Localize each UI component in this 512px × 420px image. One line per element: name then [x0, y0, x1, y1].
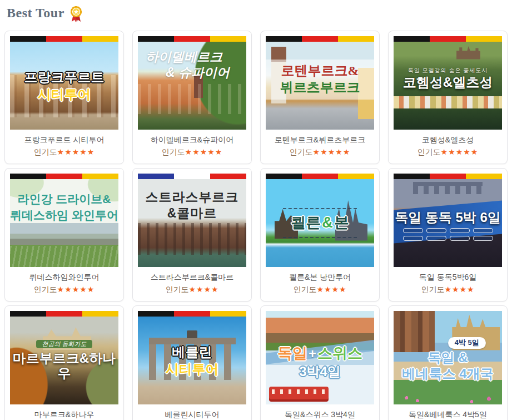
tour-photo: 스트라스부르크&콜마르	[138, 179, 246, 267]
tour-name: 마부르크&하나우	[11, 410, 117, 420]
overlay-line: 쾰른 & 본	[291, 214, 349, 231]
overlay-line: 스트라스부르크	[146, 190, 239, 204]
flag-segment	[138, 36, 174, 42]
flag-segment	[46, 311, 82, 317]
photo-overlay-text: 독일 모젤강의 숨은 중세도시코헴성&엘츠성	[394, 56, 502, 101]
tour-card-benelux[interactable]: 4박 5일독일 &베네룩스 4개국 독일&베네룩스 4박5일 인기도★★★★	[388, 305, 508, 420]
tour-card-dongdok[interactable]: 독일 동독 5박 6일 독일 동독5박6일 인기도★★★★	[388, 168, 508, 302]
overlay-line: 독일 + 스위스	[277, 345, 362, 362]
rating-stars-icon: ★★★★	[444, 285, 474, 294]
photo-overlay-text: 프랑크푸르트시티투어	[10, 42, 118, 130]
rating-label: 인기도	[165, 285, 188, 294]
tour-photo: 4박 5일독일 &베네룩스 4개국	[394, 311, 502, 404]
rating-label: 인기도	[293, 285, 316, 294]
tour-photo: 독일 동독 5박 6일	[394, 179, 502, 267]
flag-segment	[430, 36, 466, 42]
tour-card-rothenburg[interactable]: 로텐부르크&뷔르츠부르크 로텐부르크&뷔르츠부르크 인기도★★★★★	[260, 31, 380, 164]
tour-photo: 쾰른 & 본	[266, 179, 374, 267]
overlay-line: 베를린	[172, 344, 212, 360]
overlay-line	[403, 228, 493, 233]
overlay-line: 독일 모젤강의 숨은 중세도시	[408, 67, 488, 74]
country-flag-stripe	[394, 36, 502, 42]
overlay-part: +	[309, 346, 316, 362]
country-flag-stripe	[266, 174, 374, 179]
rating-stars-icon: ★★★★	[316, 285, 346, 294]
tour-card-berlin[interactable]: 베를린시티투어 베를린시티투어 인기도★★★★	[132, 305, 252, 420]
tour-name: 뤼데스하임와인투어	[11, 273, 117, 283]
overlay-line: 베네룩스 4개국	[402, 366, 493, 382]
medal-icon	[68, 6, 84, 24]
tour-caption: 독일&베네룩스 4박5일 인기도★★★★	[394, 404, 502, 420]
tour-photo: 로텐부르크&뷔르츠부르크	[266, 42, 374, 130]
flag-segment	[138, 311, 174, 317]
photo-overlay-text: 스트라스부르크&콜마르	[138, 187, 246, 223]
tour-caption: 코헴성&엘츠성 인기도★★★★★	[394, 130, 502, 164]
overlay-part	[473, 236, 493, 241]
tour-card-ruedesheim[interactable]: 라인강 드라이브&뤼데스하임 와인투어 뤼데스하임와인투어 인기도★★★★★	[4, 168, 124, 302]
flag-segment	[266, 36, 302, 42]
flag-segment	[174, 311, 210, 317]
country-flag-stripe	[138, 311, 246, 317]
photo-overlay-text: 독일 + 스위스3박4일	[266, 311, 374, 404]
tour-card-marburg[interactable]: 천공의 동화가도마르부르크&하나우 마부르크&하나우 인기도★★★★★	[4, 305, 124, 420]
flag-segment	[82, 311, 118, 317]
rating-stars-icon: ★★★★★	[185, 147, 223, 156]
country-flag-stripe	[10, 311, 118, 317]
country-flag-stripe	[394, 174, 502, 179]
tour-photo: 프랑크푸르트시티투어	[10, 42, 118, 130]
tour-caption: 쾰른&본 낭만투어 인기도★★★★	[266, 267, 374, 301]
overlay-line: &콜마르	[167, 206, 217, 220]
overlay-part: 쾰른	[291, 214, 321, 231]
flag-segment	[138, 174, 174, 179]
overlay-line: 하이델베르크	[146, 50, 222, 64]
tour-rating: 인기도★★★★	[267, 285, 373, 295]
page-title: Best Tour	[7, 6, 64, 21]
flag-segment	[10, 174, 46, 179]
photo-overlay-text: 베를린시티투어	[138, 317, 246, 404]
overlay-line: 4박 5일	[448, 337, 486, 349]
country-flag-stripe	[10, 174, 118, 179]
tour-card-strasbourg[interactable]: 스트라스부르크&콜마르 스트라스부르크&콜마르 인기도★★★★	[132, 168, 252, 302]
flag-segment	[174, 36, 210, 42]
flag-segment	[46, 174, 82, 179]
tour-name: 하이델베르크&슈파이어	[139, 135, 245, 145]
flag-segment	[10, 36, 46, 42]
tour-caption: 뤼데스하임와인투어 인기도★★★★★	[10, 267, 118, 301]
tour-caption: 하이델베르크&슈파이어 인기도★★★★★	[138, 130, 246, 164]
overlay-part	[450, 236, 470, 241]
tour-grid: 프랑크푸르트시티투어 프랑크푸르트 시티투어 인기도★★★★★ 하이델베르크& …	[4, 31, 508, 420]
flag-segment	[210, 36, 246, 42]
rating-stars-icon: ★★★★★	[57, 147, 95, 156]
photo-overlay-text: 로텐부르크&뷔르츠부르크	[266, 60, 374, 100]
tour-card-frankfurt[interactable]: 프랑크푸르트시티투어 프랑크푸르트 시티투어 인기도★★★★★	[4, 31, 124, 164]
rating-label: 인기도	[34, 147, 57, 156]
tour-rating: 인기도★★★★★	[11, 285, 117, 295]
flag-segment	[302, 36, 338, 42]
photo-overlay-text: 라인강 드라이브&뤼데스하임 와인투어	[10, 188, 118, 227]
overlay-part: 스위스	[317, 345, 362, 362]
rating-stars-icon: ★★★★★	[313, 147, 351, 156]
tour-caption: 베를린시티투어 인기도★★★★	[138, 404, 246, 420]
tour-card-cologne[interactable]: 쾰른 & 본 쾰른&본 낭만투어 인기도★★★★	[260, 168, 380, 302]
flag-segment	[466, 174, 502, 179]
flag-segment	[82, 174, 118, 179]
tour-name: 독일 동독5박6일	[395, 273, 501, 283]
overlay-line: 3박4일	[299, 364, 341, 379]
overlay-part	[426, 236, 446, 241]
country-flag-stripe	[266, 36, 374, 42]
tour-photo: 베를린시티투어	[138, 317, 246, 404]
overlay-line: 천공의 동화가도	[36, 340, 92, 348]
tour-card-cochem[interactable]: 독일 모젤강의 숨은 중세도시코헴성&엘츠성 코헴성&엘츠성 인기도★★★★★	[388, 31, 508, 164]
flag-segment	[266, 174, 302, 179]
flag-segment	[394, 36, 430, 42]
rating-label: 인기도	[421, 285, 444, 294]
tour-rating: 인기도★★★★★	[267, 147, 373, 157]
tour-card-heidelberg[interactable]: 하이델베르크& 슈파이어 하이델베르크&슈파이어 인기도★★★★★	[132, 31, 252, 164]
tour-card-swiss[interactable]: 독일 + 스위스3박4일 독일&스위스 3박4일 인기도★★★★	[260, 305, 380, 420]
photo-overlay-text: 하이델베르크& 슈파이어	[138, 42, 246, 130]
tour-name: 스트라스부르크&콜마르	[139, 273, 245, 283]
overlay-part	[473, 228, 493, 233]
tour-photo: 하이델베르크& 슈파이어	[138, 42, 246, 130]
overlay-line: 독일 동독 5박 6일	[395, 210, 501, 225]
tour-name: 베를린시티투어	[139, 410, 245, 420]
